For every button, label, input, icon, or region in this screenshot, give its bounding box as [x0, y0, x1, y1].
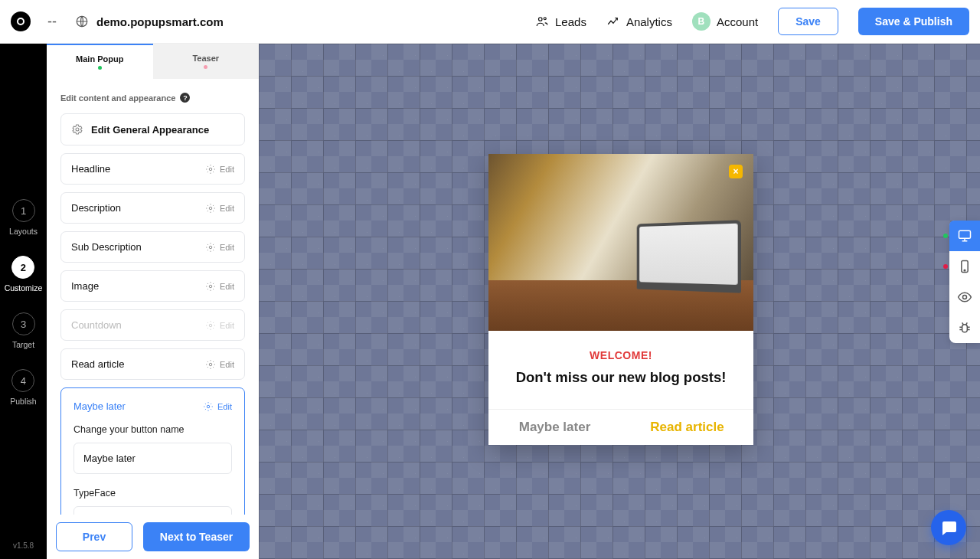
button-name-input[interactable] — [74, 443, 232, 474]
save-publish-button[interactable]: Save & Publish — [858, 8, 969, 35]
tab-teaser[interactable]: Teaser — [153, 44, 260, 79]
typeface-label: TypeFace — [74, 488, 232, 499]
bug-icon — [957, 320, 972, 335]
svg-point-5 — [209, 207, 212, 210]
row-read-article[interactable]: Read article Edit — [60, 348, 245, 380]
svg-point-2 — [544, 18, 546, 20]
help-icon[interactable]: ? — [180, 93, 190, 103]
device-desktop[interactable] — [949, 221, 980, 251]
row-label: Headline — [71, 163, 110, 175]
next-button[interactable]: Next to Teaser — [143, 522, 250, 551]
edit-link[interactable]: Edit — [205, 281, 234, 292]
row-label: Edit General Appearance — [91, 124, 209, 136]
edit-link[interactable]: Edit — [205, 320, 234, 331]
app-logo[interactable] — [11, 11, 31, 31]
button-name-label: Change your button name — [74, 424, 232, 435]
rail-step-label: Layouts — [9, 227, 38, 236]
nav-account[interactable]: B Account — [692, 12, 758, 31]
svg-point-4 — [209, 168, 212, 171]
chat-icon — [939, 518, 958, 537]
row-headline[interactable]: Headline Edit — [60, 153, 245, 185]
site-domain: demo.popupsmart.com — [96, 15, 224, 28]
save-button[interactable]: Save — [778, 8, 838, 35]
app-version: v1.5.8 — [13, 541, 34, 550]
svg-point-7 — [209, 285, 212, 288]
intercom-chat-button[interactable] — [931, 510, 966, 545]
svg-point-3 — [76, 128, 79, 131]
svg-point-9 — [209, 363, 212, 366]
nav-analytics-label: Analytics — [626, 15, 672, 28]
rail-step-num: 1 — [12, 199, 35, 222]
gear-icon — [205, 164, 216, 175]
row-label: Image — [71, 280, 99, 292]
rail-step-label: Target — [12, 340, 34, 349]
row-sub-description[interactable]: Sub Description Edit — [60, 231, 245, 263]
section-title: Edit content and appearance ? — [60, 93, 245, 103]
panel-scroll[interactable]: Edit content and appearance ? Edit Gener… — [47, 79, 259, 559]
globe-icon — [75, 15, 89, 28]
svg-point-1 — [539, 18, 543, 21]
prev-button[interactable]: Prev — [56, 522, 132, 551]
row-image[interactable]: Image Edit — [60, 270, 245, 302]
svg-rect-11 — [959, 230, 971, 238]
row-label: Countdown — [71, 319, 122, 331]
nav-leads-label: Leads — [555, 15, 586, 28]
rail-step-num: 4 — [11, 369, 34, 392]
edit-link[interactable]: Edit — [205, 359, 234, 370]
svg-point-14 — [963, 296, 967, 299]
panel-tabs: Main Popup Teaser — [47, 44, 259, 79]
gear-icon — [205, 203, 216, 214]
tab-main-popup[interactable]: Main Popup — [47, 44, 153, 79]
edit-link[interactable]: Edit — [205, 242, 234, 253]
popup-welcome: WELCOME! — [504, 349, 738, 361]
rail-step-publish[interactable]: 4 Publish — [10, 369, 36, 406]
popup-maybe-later-button[interactable]: Maybe later — [488, 410, 621, 445]
eye-icon — [957, 289, 972, 305]
nav-leads[interactable]: Leads — [535, 15, 586, 28]
svg-point-10 — [207, 405, 210, 408]
popup-image: × — [488, 154, 753, 331]
edit-link[interactable]: Edit — [205, 164, 234, 175]
step-rail: 1 Layouts 2 Customize 3 Target 4 Publish… — [0, 0, 47, 559]
tab-status-dot — [98, 66, 102, 70]
desktop-icon — [957, 228, 972, 244]
edit-link[interactable]: Edit — [203, 401, 232, 412]
row-description[interactable]: Description Edit — [60, 192, 245, 224]
nav-analytics[interactable]: Analytics — [606, 15, 672, 28]
rail-step-target[interactable]: 3 Target — [12, 312, 35, 349]
preview-visibility[interactable] — [949, 282, 980, 312]
top-header: -- demo.popupsmart.com Leads Analytics B… — [0, 0, 980, 44]
debug-tool[interactable] — [949, 312, 980, 343]
rail-step-num: 3 — [12, 312, 35, 335]
nav-account-label: Account — [717, 15, 758, 28]
popup-read-article-button[interactable]: Read article — [621, 410, 753, 445]
rail-step-num: 2 — [11, 256, 34, 279]
rail-step-label: Publish — [10, 397, 36, 406]
svg-point-6 — [209, 246, 212, 249]
gear-icon — [205, 242, 216, 253]
mobile-icon — [957, 259, 972, 274]
panel-footer: Prev Next to Teaser — [47, 515, 259, 559]
svg-rect-15 — [962, 325, 968, 332]
gear-icon — [203, 401, 214, 412]
row-countdown[interactable]: Countdown Edit — [60, 309, 245, 341]
rail-step-layouts[interactable]: 1 Layouts — [9, 199, 38, 236]
popup-preview: × WELCOME! Don't miss our new blog posts… — [488, 154, 753, 445]
preview-canvas[interactable]: × WELCOME! Don't miss our new blog posts… — [259, 44, 980, 559]
row-label: Description — [71, 202, 121, 214]
rail-step-customize[interactable]: 2 Customize — [5, 256, 43, 293]
customize-panel: Main Popup Teaser Edit content and appea… — [47, 44, 259, 559]
tab-label: Teaser — [192, 54, 219, 63]
analytics-icon — [606, 15, 620, 28]
tab-status-dot — [204, 65, 207, 69]
device-mobile[interactable] — [949, 251, 980, 282]
gear-icon — [205, 359, 216, 370]
edit-link[interactable]: Edit — [205, 203, 234, 214]
rail-step-label: Customize — [5, 283, 43, 293]
gear-icon — [205, 281, 216, 292]
status-dot-active — [943, 234, 948, 238]
svg-point-13 — [964, 270, 965, 271]
row-general-appearance[interactable]: Edit General Appearance — [60, 113, 245, 145]
status-dot-inactive — [943, 264, 948, 269]
popup-close-button[interactable]: × — [729, 165, 743, 178]
